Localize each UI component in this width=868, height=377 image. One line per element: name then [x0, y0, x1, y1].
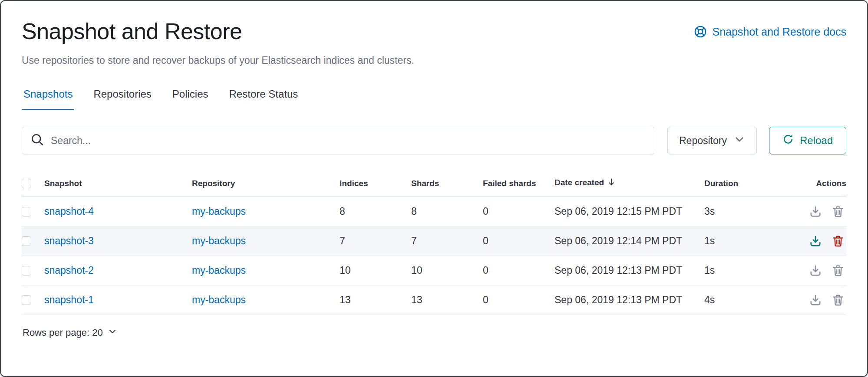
life-ring-icon — [694, 25, 707, 38]
chevron-down-icon — [734, 134, 745, 148]
snapshot-link[interactable]: snapshot-3 — [44, 235, 94, 246]
column-header-date-created[interactable]: Date created — [554, 177, 704, 189]
docs-link[interactable]: Snapshot and Restore docs — [694, 25, 846, 38]
repository-link[interactable]: my-backups — [192, 265, 246, 276]
restore-snapshot-button[interactable] — [809, 294, 822, 307]
indices-cell: 7 — [340, 235, 411, 247]
column-header-shards[interactable]: Shards — [411, 179, 483, 188]
shards-cell: 10 — [411, 265, 483, 276]
column-header-actions: Actions — [816, 179, 846, 188]
indices-cell: 10 — [340, 265, 411, 276]
duration-cell: 1s — [704, 265, 802, 276]
repository-filter-button[interactable]: Repository — [667, 127, 757, 154]
snapshot-link[interactable]: snapshot-2 — [44, 265, 94, 276]
snapshot-restore-page: Snapshot and Restore Snapshot and Restor… — [0, 0, 868, 377]
select-all-checkbox[interactable] — [22, 179, 31, 188]
reload-button-label: Reload — [800, 134, 833, 147]
repository-link[interactable]: my-backups — [192, 294, 246, 305]
table-row: snapshot-1 my-backups 13 13 0 Sep 06, 20… — [22, 285, 846, 315]
failed-shards-cell: 0 — [483, 265, 554, 276]
search-box — [22, 127, 655, 154]
rows-per-page-button[interactable]: Rows per page: 20 — [22, 326, 118, 339]
chevron-down-icon — [107, 326, 118, 339]
column-header-failed-shards[interactable]: Failed shards — [483, 179, 554, 188]
repository-link[interactable]: my-backups — [192, 235, 246, 246]
row-checkbox[interactable] — [22, 295, 31, 305]
search-input[interactable] — [51, 135, 646, 147]
page-header: Snapshot and Restore Snapshot and Restor… — [22, 18, 846, 44]
failed-shards-cell: 0 — [483, 294, 554, 306]
refresh-icon — [782, 134, 794, 148]
tab-snapshots[interactable]: Snapshots — [22, 88, 74, 110]
row-checkbox[interactable] — [22, 266, 31, 275]
date-created-cell: Sep 06, 2019 12:14 PM PDT — [554, 235, 704, 247]
date-created-cell: Sep 06, 2019 12:13 PM PDT — [554, 294, 704, 306]
repository-link[interactable]: my-backups — [192, 206, 246, 217]
tab-bar: Snapshots Repositories Policies Restore … — [22, 88, 846, 110]
docs-link-label: Snapshot and Restore docs — [712, 26, 846, 38]
shards-cell: 7 — [411, 235, 483, 247]
restore-snapshot-button[interactable] — [809, 264, 822, 277]
date-created-cell: Sep 06, 2019 12:13 PM PDT — [554, 265, 704, 276]
failed-shards-cell: 0 — [483, 206, 554, 217]
snapshot-link[interactable]: snapshot-1 — [44, 294, 94, 305]
search-icon — [31, 133, 44, 148]
table-controls: Repository Reload — [22, 127, 846, 154]
table-row: snapshot-4 my-backups 8 8 0 Sep 06, 2019… — [22, 197, 846, 226]
table-header-row: Snapshot Repository Indices Shards Faile… — [22, 170, 846, 197]
indices-cell: 8 — [340, 206, 411, 217]
table-row: snapshot-3 my-backups 7 7 0 Sep 06, 2019… — [22, 226, 846, 256]
delete-snapshot-button[interactable] — [832, 205, 845, 218]
shards-cell: 8 — [411, 206, 483, 217]
snapshot-link[interactable]: snapshot-4 — [44, 206, 94, 217]
duration-cell: 4s — [704, 294, 802, 306]
column-header-duration[interactable]: Duration — [704, 179, 802, 188]
column-header-date-created-label: Date created — [554, 178, 604, 187]
page-title: Snapshot and Restore — [22, 18, 242, 44]
tab-policies[interactable]: Policies — [171, 88, 210, 110]
delete-snapshot-button[interactable] — [832, 294, 845, 307]
restore-snapshot-button[interactable] — [809, 205, 822, 218]
delete-snapshot-button[interactable] — [832, 235, 845, 248]
column-header-indices[interactable]: Indices — [340, 179, 411, 188]
tab-restore-status[interactable]: Restore Status — [228, 88, 300, 110]
rows-per-page-label: Rows per page: 20 — [23, 327, 103, 338]
page-description: Use repositories to store and recover ba… — [22, 55, 846, 66]
table-row: snapshot-2 my-backups 10 10 0 Sep 06, 20… — [22, 256, 846, 285]
restore-snapshot-button[interactable] — [809, 235, 822, 248]
tab-repositories[interactable]: Repositories — [92, 88, 153, 110]
duration-cell: 1s — [704, 235, 802, 247]
failed-shards-cell: 0 — [483, 235, 554, 247]
row-checkbox[interactable] — [22, 207, 31, 216]
snapshots-table: Snapshot Repository Indices Shards Faile… — [22, 170, 846, 339]
row-checkbox[interactable] — [22, 236, 31, 246]
delete-snapshot-button[interactable] — [832, 264, 845, 277]
repository-filter-label: Repository — [679, 135, 727, 147]
sort-arrow-down-icon — [607, 180, 616, 189]
indices-cell: 13 — [340, 294, 411, 306]
column-header-repository[interactable]: Repository — [192, 179, 340, 188]
column-header-snapshot[interactable]: Snapshot — [44, 179, 192, 188]
date-created-cell: Sep 06, 2019 12:15 PM PDT — [554, 206, 704, 217]
reload-button[interactable]: Reload — [769, 127, 846, 154]
shards-cell: 13 — [411, 294, 483, 306]
duration-cell: 3s — [704, 206, 802, 217]
